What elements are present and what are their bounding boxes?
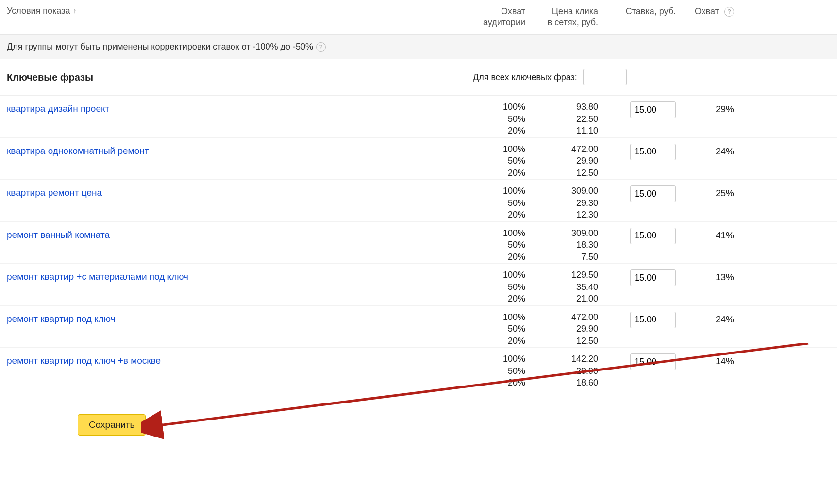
keyword-link[interactable]: ремонт квартир под ключ +в москве (7, 355, 161, 366)
reach-cell: 24% (682, 312, 740, 347)
sort-asc-icon: ↑ (73, 7, 76, 15)
reach-audience-value: 100% (473, 185, 525, 197)
click-price-value: 142.20 (531, 353, 598, 365)
reach-audience-value: 100% (473, 228, 525, 239)
keyword-cell: ремонт квартир под ключ +в москве (7, 353, 473, 366)
column-reach-audience: Охват аудитории (473, 6, 531, 28)
reach-audience-value: 20% (473, 209, 525, 220)
reach-audience-cell: 100%50%20% (473, 144, 531, 179)
click-price-value: 12.50 (531, 336, 598, 347)
click-price-cell: 129.5035.4021.00 (531, 269, 604, 304)
reach-audience-value: 50% (473, 155, 525, 167)
reach-audience-value: 20% (473, 125, 525, 136)
keyword-row: ремонт квартир под ключ +в москве100%50%… (0, 348, 837, 389)
reach-audience-cell: 100%50%20% (473, 312, 531, 347)
reach-cell: 13% (682, 269, 740, 304)
reach-cell: 41% (682, 228, 740, 263)
click-price-value: 472.00 (531, 312, 598, 323)
reach-audience-value: 50% (473, 198, 525, 209)
click-price-value: 18.30 (531, 239, 598, 251)
save-button[interactable]: Сохранить (78, 414, 146, 436)
click-price-value: 29.90 (531, 155, 598, 167)
bid-adjustment-notice: Для группы могут быть применены корректи… (0, 35, 837, 59)
reach-audience-value: 100% (473, 312, 525, 323)
reach-audience-cell: 100%50%20% (473, 353, 531, 388)
keyword-link[interactable]: квартира дизайн проект (7, 103, 109, 114)
click-price-cell: 309.0018.307.50 (531, 228, 604, 263)
click-price-value: 309.00 (531, 228, 598, 239)
keyword-link[interactable]: ремонт ванный комната (7, 230, 110, 240)
reach-audience-value: 50% (473, 323, 525, 335)
bid-cell (604, 185, 682, 220)
reach-audience-value: 50% (473, 114, 525, 125)
reach-audience-value: 50% (473, 366, 525, 377)
footer: Сохранить (0, 403, 837, 446)
help-icon[interactable]: ? (724, 7, 734, 17)
reach-audience-cell: 100%50%20% (473, 185, 531, 220)
click-price-cell: 309.0029.3012.30 (531, 185, 604, 220)
reach-audience-value: 20% (473, 168, 525, 179)
click-price-value: 93.80 (531, 101, 598, 113)
keyword-cell: квартира однокомнатный ремонт (7, 144, 473, 156)
click-price-value: 12.30 (531, 209, 598, 220)
reach-audience-value: 100% (473, 101, 525, 113)
reach-audience-cell: 100%50%20% (473, 228, 531, 263)
keywords-section-header: Ключевые фразы Для всех ключевых фраз: (0, 59, 837, 96)
keyword-link[interactable]: квартира однокомнатный ремонт (7, 146, 149, 156)
keyword-cell: квартира ремонт цена (7, 185, 473, 198)
click-price-value: 35.40 (531, 282, 598, 293)
reach-cell: 14% (682, 353, 740, 388)
bid-input[interactable] (630, 144, 676, 160)
bid-cell (604, 353, 682, 388)
reach-audience-value: 100% (473, 269, 525, 281)
bid-input[interactable] (630, 185, 676, 202)
click-price-value: 7.50 (531, 252, 598, 263)
keyword-link[interactable]: ремонт квартир +с материалами под ключ (7, 271, 188, 282)
click-price-cell: 472.0029.9012.50 (531, 144, 604, 179)
bid-input[interactable] (630, 101, 676, 118)
column-conditions[interactable]: Условия показа ↑ (7, 6, 473, 16)
keyword-link[interactable]: ремонт квартир под ключ (7, 314, 115, 324)
click-price-value: 22.50 (531, 114, 598, 125)
bid-cell (604, 312, 682, 347)
click-price-value: 472.00 (531, 144, 598, 155)
reach-audience-cell: 100%50%20% (473, 269, 531, 304)
click-price-value: 29.30 (531, 198, 598, 209)
bid-cell (604, 101, 682, 136)
column-reach: Охват ? (682, 6, 740, 28)
help-icon[interactable]: ? (316, 42, 326, 52)
click-price-value: 129.50 (531, 269, 598, 281)
click-price-value: 29.90 (531, 323, 598, 335)
keyword-link[interactable]: квартира ремонт цена (7, 187, 102, 198)
click-price-value: 18.60 (531, 377, 598, 388)
bid-input[interactable] (630, 312, 676, 328)
reach-audience-cell: 100%50%20% (473, 101, 531, 136)
keyword-row: ремонт ванный комната100%50%20%309.0018.… (0, 222, 837, 264)
bid-cell (604, 269, 682, 304)
all-keywords-bid-input[interactable] (583, 69, 627, 85)
bid-input[interactable] (630, 353, 676, 370)
keyword-row: ремонт квартир +с материалами под ключ10… (0, 264, 837, 306)
click-price-value: 21.00 (531, 293, 598, 304)
keyword-cell: квартира дизайн проект (7, 101, 473, 114)
keywords-table-body: квартира дизайн проект100%50%20%93.8022.… (0, 96, 837, 389)
keyword-row: квартира ремонт цена100%50%20%309.0029.3… (0, 180, 837, 222)
reach-cell: 29% (682, 101, 740, 136)
click-price-value: 11.10 (531, 125, 598, 136)
column-conditions-label: Условия показа (7, 6, 70, 16)
reach-audience-value: 20% (473, 336, 525, 347)
reach-audience-value: 50% (473, 282, 525, 293)
reach-cell: 24% (682, 144, 740, 179)
reach-audience-value: 20% (473, 252, 525, 263)
reach-audience-value: 100% (473, 144, 525, 155)
keyword-row: ремонт квартир под ключ100%50%20%472.002… (0, 306, 837, 348)
keyword-cell: ремонт квартир +с материалами под ключ (7, 269, 473, 282)
click-price-cell: 93.8022.5011.10 (531, 101, 604, 136)
keyword-cell: ремонт ванный комната (7, 228, 473, 240)
keyword-cell: ремонт квартир под ключ (7, 312, 473, 324)
click-price-cell: 142.2029.9018.60 (531, 353, 604, 388)
bid-input[interactable] (630, 228, 676, 244)
click-price-value: 12.50 (531, 168, 598, 179)
bid-input[interactable] (630, 269, 676, 286)
reach-cell: 25% (682, 185, 740, 220)
